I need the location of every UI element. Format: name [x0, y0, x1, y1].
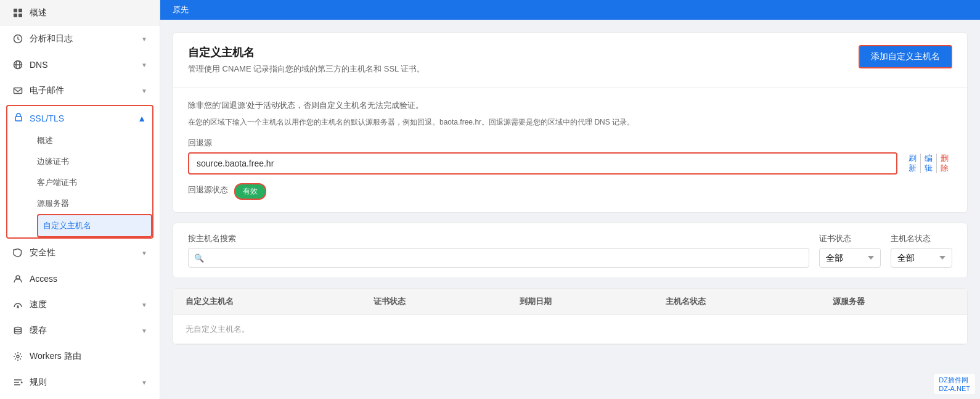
- svg-rect-2: [14, 14, 17, 17]
- delete-link[interactable]: 删除: [937, 154, 952, 173]
- sidebar-item-network[interactable]: 网络: [0, 395, 160, 399]
- ssl-arrow-icon: ▲: [137, 113, 146, 123]
- sidebar-item-analytics-label: 分析和日志: [30, 33, 135, 44]
- info-text-2: 在您的区域下输入一个主机名以用作您的主机名的默认源服务器，例如回退。baota.…: [188, 117, 952, 128]
- table-header-row: 自定义主机名 证书状态 到期日期 主机名状态 源服务器: [173, 289, 967, 315]
- shield-icon: [12, 247, 23, 258]
- clock-icon: [12, 33, 23, 44]
- ssl-submenu-custom[interactable]: 自定义主机名: [37, 214, 152, 237]
- sidebar-item-access[interactable]: Access: [0, 266, 160, 292]
- th-custom-hostname: 自定义主机名: [173, 289, 361, 315]
- refresh-link[interactable]: 刷新: [905, 154, 921, 173]
- sidebar-item-email[interactable]: 电子邮件 ▼: [0, 78, 160, 104]
- hostname-status-select[interactable]: 全部: [891, 248, 952, 268]
- watermark: DZ插件网DZ-A.NET: [934, 374, 975, 394]
- fallback-field-row: 刷新 编辑 删除: [188, 152, 952, 175]
- svg-rect-3: [18, 14, 22, 17]
- search-input-wrap: 🔍: [188, 248, 809, 268]
- search-section: 按主机名搜索 🔍 证书状态 全部 主机名状态 全部: [173, 223, 968, 278]
- top-bar: 原先: [160, 0, 980, 20]
- ssl-submenu-edge[interactable]: 边缘证书: [37, 151, 152, 172]
- sidebar-item-ssl-label: SSL/TLS: [30, 113, 64, 123]
- sidebar-item-overview[interactable]: 概述: [0, 0, 160, 26]
- content-area: 自定义主机名 管理使用 CNAME 记录指向您的域的第三方的主机名和 SSL 证…: [160, 20, 980, 357]
- table-empty-row: 无自定义主机名。: [173, 315, 967, 344]
- sidebar-item-rules[interactable]: 规则 ▼: [0, 369, 160, 395]
- sidebar-item-ssl[interactable]: SSL/TLS ▲: [7, 106, 152, 130]
- search-icon: 🔍: [194, 253, 204, 263]
- cache-icon: [12, 325, 23, 336]
- cache-arrow-icon: ▼: [141, 327, 147, 334]
- svg-point-10: [17, 306, 18, 308]
- status-badge: 有效: [234, 183, 266, 200]
- sidebar: 概述 分析和日志 ▼ DNS ▼ 电子邮件 ▼ SSL/TLS ▲: [0, 0, 160, 399]
- main-content: 原先 自定义主机名 管理使用 CNAME 记录指向您的域的第三方的主机名和 SS…: [160, 0, 980, 399]
- svg-point-12: [17, 355, 19, 358]
- speed-arrow-icon: ▼: [141, 302, 147, 308]
- card-header: 自定义主机名 管理使用 CNAME 记录指向您的域的第三方的主机名和 SSL 证…: [173, 33, 967, 88]
- sidebar-item-security-label: 安全性: [30, 247, 135, 258]
- svg-rect-1: [18, 9, 22, 12]
- sidebar-item-rules-label: 规则: [30, 377, 135, 388]
- sidebar-item-speed[interactable]: 速度 ▼: [0, 292, 160, 318]
- page-title: 自定义主机名: [188, 45, 425, 60]
- sidebar-item-cache-label: 缓存: [30, 325, 135, 336]
- sidebar-item-cache[interactable]: 缓存 ▼: [0, 318, 160, 343]
- hostname-status-label: 主机名状态: [891, 233, 952, 244]
- table-head: 自定义主机名 证书状态 到期日期 主机名状态 源服务器: [173, 289, 967, 315]
- action-links: 刷新 编辑 删除: [905, 154, 952, 173]
- ssl-section-box: SSL/TLS ▲ 概述 边缘证书 客户端证书 源服务器 自定义主机名: [6, 105, 153, 239]
- card-title-area: 自定义主机名 管理使用 CNAME 记录指向您的域的第三方的主机名和 SSL 证…: [188, 45, 425, 75]
- sidebar-item-dns[interactable]: DNS ▼: [0, 52, 160, 78]
- th-origin-server: 源服务器: [820, 289, 967, 315]
- sidebar-item-email-label: 电子邮件: [30, 85, 135, 96]
- top-bar-label: 原先: [173, 4, 189, 15]
- fallback-input[interactable]: [188, 152, 897, 175]
- ssl-submenu-origin[interactable]: 源服务器: [37, 193, 152, 214]
- search-input[interactable]: [188, 248, 809, 268]
- sidebar-item-workers[interactable]: Workers 路由: [0, 343, 160, 369]
- sidebar-item-access-label: Access: [30, 274, 147, 284]
- edit-link[interactable]: 编辑: [921, 154, 937, 173]
- info-text-1: 除非您的'回退源'处于活动状态，否则自定义主机名无法完成验证。: [188, 100, 952, 111]
- dns-arrow-icon: ▼: [141, 62, 147, 68]
- th-expiry-date: 到期日期: [507, 289, 653, 315]
- search-row: 按主机名搜索 🔍 证书状态 全部 主机名状态 全部: [188, 233, 952, 268]
- hostname-status-group: 主机名状态 全部: [891, 233, 952, 268]
- sidebar-item-workers-label: Workers 路由: [30, 351, 147, 362]
- fallback-status-row: 回退源状态 有效: [188, 183, 952, 200]
- add-custom-hostname-button[interactable]: 添加自定义主机名: [859, 45, 952, 68]
- table-section: 自定义主机名 证书状态 到期日期 主机名状态 源服务器 无自定义主机名。: [173, 288, 968, 345]
- workers-icon: [12, 351, 23, 362]
- analytics-arrow-icon: ▼: [141, 36, 147, 43]
- sidebar-item-analytics[interactable]: 分析和日志 ▼: [0, 26, 160, 52]
- speed-icon: [12, 299, 23, 310]
- sidebar-item-security[interactable]: 安全性 ▼: [0, 240, 160, 266]
- table-empty-cell: 无自定义主机名。: [173, 315, 967, 344]
- sidebar-item-dns-label: DNS: [30, 60, 135, 70]
- dns-icon: [12, 59, 23, 70]
- access-icon: [12, 273, 23, 284]
- table-body: 无自定义主机名。: [173, 315, 967, 344]
- cert-status-select[interactable]: 全部: [819, 248, 881, 268]
- custom-hostname-table: 自定义主机名 证书状态 到期日期 主机名状态 源服务器 无自定义主机名。: [173, 289, 967, 344]
- svg-rect-0: [14, 9, 17, 12]
- card-body: 除非您的'回退源'处于活动状态，否则自定义主机名无法完成验证。 在您的区域下输入…: [173, 88, 967, 212]
- th-hostname-status: 主机名状态: [653, 289, 820, 315]
- search-form-group: 按主机名搜索 🔍: [188, 233, 809, 268]
- svg-point-11: [15, 327, 22, 330]
- page-description: 管理使用 CNAME 记录指向您的域的第三方的主机名和 SSL 证书。: [188, 64, 425, 75]
- email-arrow-icon: ▼: [141, 88, 147, 94]
- th-cert-status: 证书状态: [361, 289, 507, 315]
- security-arrow-icon: ▼: [141, 250, 147, 257]
- sidebar-item-overview-label: 概述: [30, 7, 147, 19]
- main-card: 自定义主机名 管理使用 CNAME 记录指向您的域的第三方的主机名和 SSL 证…: [173, 32, 968, 213]
- ssl-submenu-client[interactable]: 客户端证书: [37, 172, 152, 193]
- svg-rect-7: [14, 88, 22, 94]
- rules-arrow-icon: ▼: [141, 379, 147, 386]
- cert-status-group: 证书状态 全部: [819, 233, 881, 268]
- ssl-submenu-overview[interactable]: 概述: [37, 130, 152, 151]
- lock-icon: [14, 112, 23, 124]
- svg-rect-8: [15, 117, 22, 121]
- sidebar-item-speed-label: 速度: [30, 299, 135, 310]
